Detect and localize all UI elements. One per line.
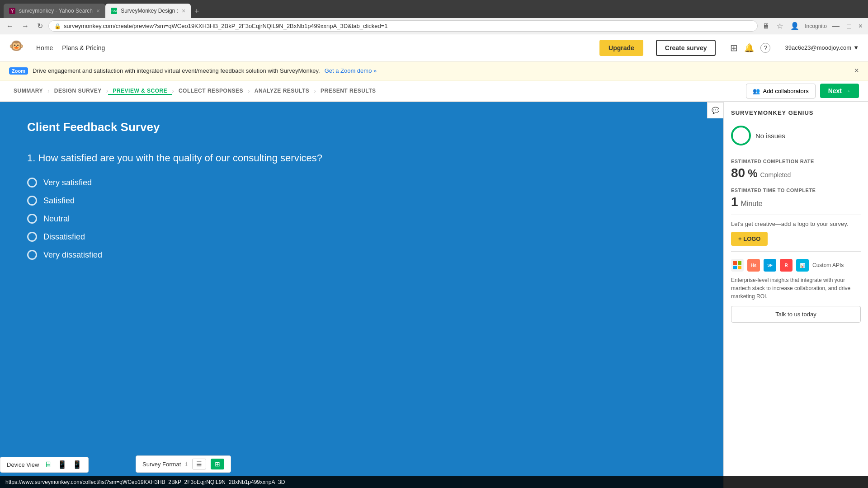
list-format-button[interactable]: ☰ xyxy=(192,459,206,469)
custom-apis-label: Custom APIs xyxy=(812,262,844,268)
help-icon[interactable]: ? xyxy=(760,43,770,53)
minimize-button[interactable]: — xyxy=(830,20,841,32)
user-email: 39ac6e23@moodjoy.com xyxy=(785,44,851,51)
workflow-nav: SUMMARY › DESIGN SURVEY › PREVIEW & SCOR… xyxy=(0,80,868,102)
svg-rect-1 xyxy=(738,261,741,265)
panel-content: SURVEYMONKEY GENIUS No issues ESTIMATED … xyxy=(724,102,868,330)
option-neutral-label: Neutral xyxy=(43,214,70,224)
workflow-step-preview[interactable]: PREVIEW & SCORE xyxy=(108,88,172,95)
close-button[interactable]: × xyxy=(857,20,864,32)
tab-surveymonkey[interactable]: SM SurveyMonkey Design : × xyxy=(105,4,191,18)
svg-rect-3 xyxy=(738,266,741,269)
extension-icon[interactable]: 🖥 xyxy=(760,20,771,32)
radio-satisfied xyxy=(27,196,37,206)
time-section: ESTIMATED TIME TO COMPLETE 1 Minute xyxy=(731,188,861,209)
profile-icon[interactable]: 👤 xyxy=(788,20,801,32)
option-satisfied-label: Satisfied xyxy=(43,196,75,206)
user-account[interactable]: 39ac6e23@moodjoy.com ▼ xyxy=(785,44,859,51)
bell-icon[interactable]: 🔔 xyxy=(744,43,754,53)
integration-desc: Enterprise-level insights that integrate… xyxy=(731,276,861,300)
option-neutral[interactable]: Neutral xyxy=(27,214,335,224)
option-dissatisfied[interactable]: Dissatisfied xyxy=(27,232,335,242)
back-button[interactable]: ← xyxy=(4,20,16,32)
refresh-button[interactable]: ↻ xyxy=(34,20,46,32)
option-very-dissatisfied[interactable]: Very dissatisfied xyxy=(27,250,335,260)
add-collaborators-label: Add collaborators xyxy=(763,88,808,94)
radio-neutral xyxy=(27,214,37,224)
option-satisfied[interactable]: Satisfied xyxy=(27,196,335,206)
completion-rate-suffix: Completed xyxy=(760,171,791,178)
next-label: Next xyxy=(828,87,842,94)
banner-close-button[interactable]: × xyxy=(854,66,859,75)
workflow-step-analyze[interactable]: ANALYZE RESULTS xyxy=(250,88,314,94)
workflow-step-present[interactable]: PRESENT RESULTS xyxy=(316,88,381,94)
grid-format-button[interactable]: ⊞ xyxy=(211,459,224,469)
new-tab-button[interactable]: + xyxy=(191,5,203,18)
browser-nav: ← → ↻ 🔒 surveymonkey.com/create/preview?… xyxy=(0,18,868,34)
grid-icon[interactable]: ⊞ xyxy=(730,42,738,53)
question-text: 1. How satisfied are you with the qualit… xyxy=(27,152,335,164)
star-icon[interactable]: ☆ xyxy=(775,20,785,32)
completion-rate-label: ESTIMATED COMPLETION RATE xyxy=(731,159,861,164)
upgrade-button[interactable]: Upgrade xyxy=(599,40,643,56)
svg-rect-0 xyxy=(733,261,737,265)
survey-format-bar: Survey Format ℹ ☰ ⊞ xyxy=(136,455,231,473)
zoom-demo-link[interactable]: Get a Zoom demo » xyxy=(325,67,377,74)
tab-title-sm: SurveyMonkey Design : xyxy=(121,8,178,14)
logo-button[interactable]: + LOGO xyxy=(731,232,768,246)
next-arrow-icon: → xyxy=(844,87,851,94)
nav-links: Home Plans & Pricing xyxy=(36,44,105,52)
workflow-step-collect[interactable]: COLLECT RESPONSES xyxy=(174,88,248,94)
maximize-button[interactable]: □ xyxy=(845,20,853,32)
option-dissatisfied-label: Dissatisfied xyxy=(43,232,85,242)
add-collaborators-button[interactable]: 👥 Add collaborators xyxy=(746,84,815,99)
comment-toggle-button[interactable]: 💬 xyxy=(707,102,723,118)
tablet-icon[interactable]: 📱 xyxy=(57,460,67,469)
tab-favicon-yahoo: Y xyxy=(9,8,15,14)
next-button[interactable]: Next → xyxy=(820,84,859,98)
radio-very-satisfied xyxy=(27,178,37,188)
workflow-step-analyze-label: ANALYZE RESULTS xyxy=(255,88,310,94)
lock-icon: 🔒 xyxy=(54,23,61,29)
talk-button[interactable]: Talk to us today xyxy=(731,306,861,323)
create-survey-button[interactable]: Create survey xyxy=(656,40,716,56)
logo[interactable]: 🐵 xyxy=(9,39,27,57)
survey-title: Client Feedback Survey xyxy=(27,120,335,134)
option-very-satisfied[interactable]: Very satisfied xyxy=(27,178,335,188)
promo-text: Let's get creative—add a logo to your su… xyxy=(731,221,861,227)
workflow-step-design-label: DESIGN SURVEY xyxy=(54,88,102,94)
tab-close-sm[interactable]: × xyxy=(182,7,185,14)
workflow-step-preview-label: PREVIEW & SCORE xyxy=(113,88,167,94)
radio-dissatisfied xyxy=(27,232,37,242)
genius-status-row: No issues xyxy=(731,126,861,145)
logo-icon: 🐵 xyxy=(9,39,24,52)
radio-very-dissatisfied xyxy=(27,250,37,260)
browser-chrome: Y surveymonkey - Yahoo Search × SM Surve… xyxy=(0,0,868,18)
app-header: 🐵 Home Plans & Pricing Upgrade Create su… xyxy=(0,34,868,61)
mobile-icon[interactable]: 📱 xyxy=(72,460,82,469)
time-value: 1 Minute xyxy=(731,195,861,209)
bar-chart-icon: 📊 xyxy=(796,259,809,272)
desktop-icon[interactable]: 🖥 xyxy=(44,460,52,469)
forward-button[interactable]: → xyxy=(19,20,32,32)
tab-yahoo[interactable]: Y surveymonkey - Yahoo Search × xyxy=(4,4,105,18)
plans-pricing-link[interactable]: Plans & Pricing xyxy=(62,44,105,52)
salesforce-icon: SF xyxy=(764,259,776,272)
divider-1 xyxy=(731,153,861,153)
workflow-step-collect-label: COLLECT RESPONSES xyxy=(179,88,243,94)
workflow-actions: 👥 Add collaborators Next → xyxy=(746,84,859,99)
workflow-step-design[interactable]: DESIGN SURVEY xyxy=(50,88,106,94)
tab-close-yahoo[interactable]: × xyxy=(96,7,100,14)
divider-2 xyxy=(731,215,861,215)
completion-rate-value: 80 % Completed xyxy=(731,166,861,180)
integration-icons: Hs SF R 📊 Custom APIs xyxy=(731,259,861,272)
home-link[interactable]: Home xyxy=(36,44,53,52)
workflow-step-present-label: PRESENT RESULTS xyxy=(321,88,376,94)
workflow-step-summary[interactable]: SUMMARY xyxy=(9,88,47,94)
survey-content: Client Feedback Survey 1. How satisfied … xyxy=(0,102,362,278)
address-bar[interactable]: 🔒 surveymonkey.com/create/preview?sm=qWC… xyxy=(48,20,758,32)
status-bar: https://www.surveymonkey.com/collect/lis… xyxy=(0,476,868,488)
time-number: 1 xyxy=(731,195,738,209)
banner-text: Drive engagement and satisfaction with i… xyxy=(33,67,320,74)
genius-status-text: No issues xyxy=(755,132,785,140)
